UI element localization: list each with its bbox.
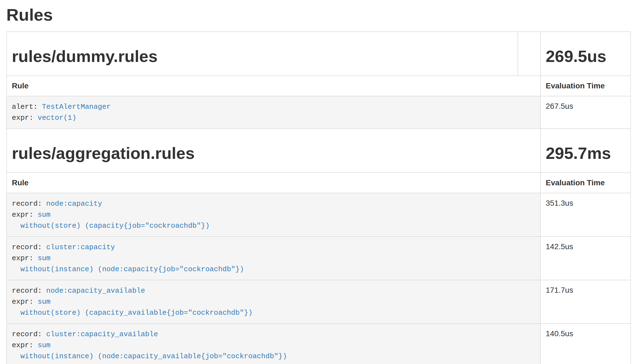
rule-evaluation-time: 267.5us (540, 96, 631, 129)
column-header-rule: Rule (7, 76, 540, 96)
rule-link[interactable]: sum without(instance) (node:capacity_ava… (12, 341, 287, 360)
rule-group: rules/aggregation.rules 295.7ms Rule Eva… (7, 129, 631, 364)
rule-row: alert: TestAlertManager expr: vector(1) … (7, 96, 631, 129)
rule-evaluation-time: 171.7us (540, 280, 631, 324)
rule-keyword: record: (12, 330, 46, 338)
rule-row: record: cluster:capacity expr: sum witho… (7, 237, 631, 280)
rule-link[interactable]: sum without(store) (capacity{job="cockro… (12, 211, 210, 230)
rule-keyword: alert: (12, 103, 42, 111)
rules-table: rules/dummy.rules 269.5us Rule Evaluatio… (6, 31, 631, 364)
rule-group-time-cell: 269.5us (540, 32, 631, 76)
rule-link[interactable]: cluster:capacity_available (46, 330, 158, 338)
heading-spacer-cell (518, 32, 540, 76)
rule-link[interactable]: vector(1) (38, 114, 76, 122)
rule-row: record: node:capacity_available expr: su… (7, 280, 631, 324)
rule-cell: record: cluster:capacity expr: sum witho… (7, 237, 540, 280)
rule-code: alert: TestAlertManager expr: vector(1) (12, 101, 535, 123)
rule-link[interactable]: TestAlertManager (42, 103, 111, 111)
page-title: Rules (6, 6, 631, 24)
column-header-evaluation-time: Evaluation Time (540, 173, 631, 193)
rule-link[interactable]: node:capacity (46, 200, 102, 208)
rule-cell: record: node:capacity expr: sum without(… (7, 193, 540, 237)
rule-evaluation-time: 351.3us (540, 193, 631, 237)
column-header-row: Rule Evaluation Time (7, 76, 631, 96)
rule-group-evaluation-time: 269.5us (546, 47, 625, 66)
rule-code: record: node:capacity_available expr: su… (12, 285, 535, 318)
rule-keyword: expr: (12, 211, 38, 219)
rule-link[interactable]: sum without(instance) (node:capacity{job… (12, 254, 244, 273)
column-header-rule: Rule (7, 173, 540, 193)
column-header-row: Rule Evaluation Time (7, 173, 631, 193)
rule-group-file: rules/aggregation.rules (12, 144, 535, 162)
rule-group-file-cell: rules/dummy.rules (7, 32, 518, 76)
rule-group-time-cell: 295.7ms (540, 129, 631, 173)
rule-code: record: node:capacity expr: sum without(… (12, 198, 535, 231)
rule-cell: alert: TestAlertManager expr: vector(1) (7, 96, 540, 129)
rule-link[interactable]: cluster:capacity (46, 243, 115, 251)
rule-group-evaluation-time: 295.7ms (546, 144, 625, 162)
column-header-evaluation-time: Evaluation Time (540, 76, 631, 96)
rule-keyword: record: (12, 243, 46, 251)
rule-keyword: expr: (12, 254, 38, 262)
rule-group-file-cell: rules/aggregation.rules (7, 129, 540, 173)
rule-row: record: node:capacity expr: sum without(… (7, 193, 631, 237)
rule-cell: record: cluster:capacity_available expr:… (7, 324, 540, 364)
rule-code: record: cluster:capacity expr: sum witho… (12, 242, 535, 275)
rule-group-heading-row: rules/dummy.rules 269.5us (7, 32, 631, 76)
rule-keyword: expr: (12, 298, 38, 306)
rule-link[interactable]: sum without(store) (capacity_available{j… (12, 298, 253, 317)
rules-page: Rules rules/dummy.rules 269.5us Rule Eva… (0, 6, 638, 364)
rule-row: record: cluster:capacity_available expr:… (7, 324, 631, 364)
rule-cell: record: node:capacity_available expr: su… (7, 280, 540, 324)
rule-group-file: rules/dummy.rules (12, 47, 513, 66)
rule-keyword: expr: (12, 114, 38, 122)
rule-evaluation-time: 142.5us (540, 237, 631, 280)
rule-keyword: record: (12, 287, 46, 295)
rule-link[interactable]: node:capacity_available (46, 287, 145, 295)
rule-group: rules/dummy.rules 269.5us Rule Evaluatio… (7, 32, 631, 129)
rule-keyword: record: (12, 200, 46, 208)
rule-keyword: expr: (12, 341, 38, 349)
rule-code: record: cluster:capacity_available expr:… (12, 329, 535, 362)
rule-evaluation-time: 140.5us (540, 324, 631, 364)
rule-group-heading-row: rules/aggregation.rules 295.7ms (7, 129, 631, 173)
